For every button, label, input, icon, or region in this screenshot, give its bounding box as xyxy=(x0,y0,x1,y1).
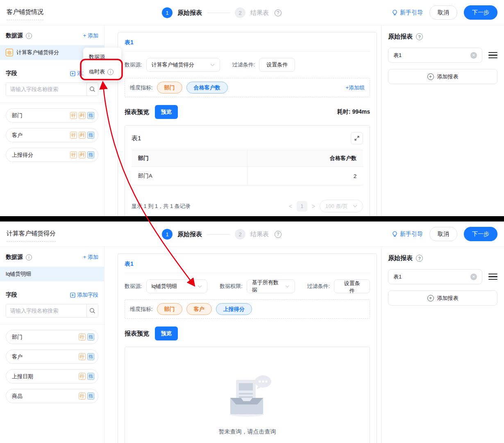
help-icon[interactable]: ? xyxy=(275,231,282,238)
empty-state-text: 暂未查询，请点击查询 xyxy=(219,428,276,436)
page-number[interactable]: 1 xyxy=(297,201,307,212)
search-button[interactable] xyxy=(86,304,98,317)
report-name-input[interactable] xyxy=(393,52,470,58)
column-badge: 列 xyxy=(79,112,86,119)
row-badge: 行 xyxy=(79,353,86,360)
report-name-field[interactable]: ✕ xyxy=(388,269,482,284)
report-name-input[interactable] xyxy=(393,274,470,280)
metric-pill[interactable]: 上报得分 xyxy=(216,303,252,315)
info-icon[interactable]: i xyxy=(26,33,32,39)
datasource-label: 数据源: xyxy=(125,61,142,69)
report-tab-title: 表1 xyxy=(125,39,370,52)
cancel-button[interactable]: 取消 xyxy=(429,5,457,19)
expand-icon xyxy=(354,135,360,141)
menu-item-datasource[interactable]: 数据源 xyxy=(83,50,121,64)
add-report-button[interactable]: + 添加报表 xyxy=(388,69,497,84)
preview-button[interactable]: 预览 xyxy=(155,105,178,119)
datasource-select[interactable]: lq铺货明细 xyxy=(146,279,208,293)
cancel-button[interactable]: 取消 xyxy=(429,227,457,241)
page-size-select[interactable]: 100 条/页 xyxy=(320,200,363,212)
field-item[interactable]: 上报得分 行 列 指 xyxy=(6,148,98,162)
sidebar-bottom: 数据源 i + 添加 lq铺货明细 字段 添加字段 xyxy=(0,247,104,443)
info-icon[interactable]: i xyxy=(26,254,32,260)
row-badge: 行 xyxy=(79,373,86,380)
metric-badge: 指 xyxy=(87,393,94,400)
filter-label: 过滤条件: xyxy=(307,283,330,290)
dimensions-metrics-zone[interactable]: 维度指标: 部门 合格客户数 +添加组 xyxy=(125,78,370,97)
field-item[interactable]: 商品 行 指 xyxy=(6,389,98,403)
step-1-label: 原始报表 xyxy=(177,231,202,238)
add-field-link[interactable]: 添加字段 xyxy=(70,291,98,299)
help-icon[interactable]: ? xyxy=(416,255,423,262)
step-2-label: 结果表 xyxy=(250,231,269,238)
beginner-guide-link[interactable]: 新手引导 xyxy=(392,9,423,16)
datasource-heading: 数据源 i xyxy=(6,32,32,39)
menu-item-temp-table[interactable]: 临时表 i xyxy=(83,64,121,79)
panel-heading: 原始报表 xyxy=(388,254,413,262)
dimension-pill[interactable]: 部门 xyxy=(157,82,182,94)
prev-page-icon[interactable]: < xyxy=(288,203,293,210)
add-group-link[interactable]: +添加组 xyxy=(345,84,365,91)
search-icon xyxy=(89,86,95,92)
field-search-input[interactable] xyxy=(6,304,86,317)
search-button[interactable] xyxy=(86,83,98,96)
set-filter-button[interactable]: 设置条件 xyxy=(259,58,295,72)
metric-badge: 指 xyxy=(87,151,94,158)
dimension-pill[interactable]: 部门 xyxy=(157,303,182,315)
add-datasource-menu: 数据源 临时表 i xyxy=(83,48,121,81)
header-top: 客户铺货情况 1 原始报表 2 结果表 ? 新手引导 取消 下一步 xyxy=(0,0,504,25)
set-filter-button[interactable]: 设置条件 xyxy=(334,279,370,293)
help-icon[interactable]: ? xyxy=(275,9,282,16)
add-datasource-link[interactable]: + 添加 xyxy=(83,253,98,261)
clear-icon[interactable]: ✕ xyxy=(470,52,477,59)
field-search-input[interactable] xyxy=(6,83,86,96)
beginner-guide-link[interactable]: 新手引导 xyxy=(392,231,423,238)
result-table: 部门 合格客户数 部门A 2 xyxy=(132,150,363,185)
dimensions-metrics-zone[interactable]: 维度指标: 部门 客户 上报得分 xyxy=(125,299,370,319)
field-item[interactable]: 客户 行 指 xyxy=(6,349,98,364)
add-report-button[interactable]: + 添加报表 xyxy=(388,290,497,306)
metric-badge: 指 xyxy=(87,112,94,119)
preview-heading: 报表预览 xyxy=(125,330,149,338)
datasource-select[interactable]: 计算客户铺货得分 xyxy=(146,58,220,72)
screenshot-divider xyxy=(0,216,504,222)
report-name-field[interactable]: ✕ xyxy=(388,48,482,63)
empty-inbox-illustration xyxy=(215,371,280,420)
metric-badge: 指 xyxy=(87,132,94,139)
add-datasource-link[interactable]: + 添加 xyxy=(83,32,98,39)
step-connector xyxy=(207,13,230,13)
metric-pill[interactable]: 合格客户数 xyxy=(186,82,228,94)
header-bottom: 计算客户铺货得分 1 原始报表 2 结果表 ? 新手引导 取消 下一步 xyxy=(0,222,504,247)
datasource-item-selected[interactable]: lq铺货明细 xyxy=(0,267,104,281)
next-page-icon[interactable]: > xyxy=(311,203,316,210)
report-tab-title: 表1 xyxy=(125,260,370,273)
step-1-label: 原始报表 xyxy=(177,9,202,17)
permission-select[interactable]: 基于所有数据 xyxy=(247,279,295,293)
dims-label: 维度指标: xyxy=(130,306,153,313)
metric-badge: 指 xyxy=(87,353,94,360)
menu-icon[interactable] xyxy=(488,52,497,59)
main-area-bottom: 表1 数据源: lq铺货明细 数据权限: 基于所有数据 xyxy=(104,247,381,443)
menu-icon[interactable] xyxy=(488,274,497,280)
clear-icon[interactable]: ✕ xyxy=(470,274,477,280)
page-title: 客户铺货情况 xyxy=(7,8,43,20)
step-1-circle: 1 xyxy=(162,7,173,18)
field-item[interactable]: 客户 行 列 指 xyxy=(6,128,98,142)
preview-heading: 报表预览 xyxy=(125,108,149,116)
chevron-down-icon xyxy=(198,285,202,288)
dimension-pill[interactable]: 客户 xyxy=(186,303,212,315)
field-item[interactable]: 部门 行 列 指 xyxy=(6,108,98,123)
datasource-label: 数据源: xyxy=(125,283,142,290)
datasource-item-label: 计算客户铺货得分 xyxy=(16,49,59,56)
help-icon[interactable]: ? xyxy=(416,33,423,40)
next-step-button[interactable]: 下一步 xyxy=(464,227,497,241)
step-2-circle: 2 xyxy=(235,7,245,18)
preview-button[interactable]: 预览 xyxy=(155,327,178,340)
preview-empty-state: 暂未查询，请点击查询 xyxy=(125,347,370,443)
field-item[interactable]: 上报日期 行 指 xyxy=(6,369,98,384)
next-step-button[interactable]: 下一步 xyxy=(464,5,497,19)
report-list-panel-top: 原始报表 ? ✕ + 添加报表 xyxy=(381,25,504,216)
fullscreen-button[interactable] xyxy=(351,132,363,144)
divider xyxy=(0,324,104,324)
field-item[interactable]: 部门 行 指 xyxy=(6,330,98,344)
